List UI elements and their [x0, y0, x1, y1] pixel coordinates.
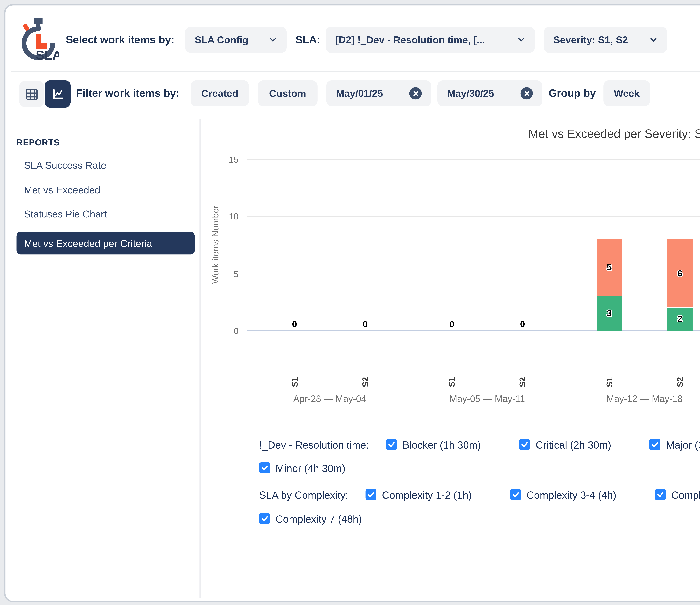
- filter-row-1: !_Dev - Resolution time:Blocker (1h 30m)…: [259, 437, 700, 452]
- filter-option-label: Blocker (1h 30m): [403, 439, 481, 450]
- x-label-S1: S1: [447, 372, 457, 392]
- x-label-S2: S2: [675, 372, 685, 392]
- filter-option-label: Major (3h 30m): [666, 439, 700, 450]
- checkbox-checked-icon[interactable]: [519, 439, 530, 450]
- week-label-2: May-05 — May-11: [412, 394, 562, 404]
- checkbox-checked-icon[interactable]: [510, 489, 521, 500]
- bar-zero-value: 0: [355, 319, 375, 329]
- gridline-y10: [247, 216, 700, 217]
- filter-items: Blocker (1h 30m)Critical (2h 30m)Major (…: [386, 439, 700, 450]
- filter-option-label: Critical (2h 30m): [536, 439, 611, 450]
- filter-option-minor-4h-30m-[interactable]: Minor (4h 30m): [259, 462, 345, 474]
- bar-zero-value: 0: [512, 319, 533, 329]
- checkbox-checked-icon[interactable]: [259, 513, 270, 524]
- filter-option-major-3h-30m-[interactable]: Major (3h 30m): [650, 439, 700, 450]
- y-tick-15: 15: [215, 154, 239, 165]
- bar-met-value: 3: [599, 308, 620, 318]
- y-tick-0: 0: [215, 326, 239, 336]
- checkbox-checked-icon[interactable]: [655, 489, 666, 500]
- filter-row-2: Minor (4h 30m): [259, 460, 345, 476]
- filter-row-4: Complexity 7 (48h): [259, 511, 362, 526]
- app-card: SLA Select work items by: SLA Config SLA…: [4, 4, 700, 602]
- week-label-3: May-12 — May-18: [569, 394, 700, 404]
- y-tick-5: 5: [215, 269, 239, 279]
- filter-items: Minor (4h 30m): [259, 462, 345, 474]
- filter-option-blocker-1h-30m-[interactable]: Blocker (1h 30m): [386, 439, 481, 450]
- x-label-S1: S1: [290, 372, 299, 392]
- bar-exceeded-value: 5: [599, 262, 620, 272]
- filter-option-complexity-3-4-4h-[interactable]: Complexity 3-4 (4h): [510, 489, 617, 500]
- y-tick-10: 10: [215, 212, 239, 222]
- checkbox-checked-icon[interactable]: [366, 489, 376, 500]
- filter-group-label-1: !_Dev - Resolution time:: [259, 439, 369, 450]
- filter-option-complexity-7-48h-[interactable]: Complexity 7 (48h): [259, 513, 362, 524]
- checkbox-checked-icon[interactable]: [650, 439, 660, 450]
- filter-option-label: Complexity 1-2 (1h): [382, 489, 472, 500]
- filter-option-label: Complexity 5-6 (12h): [671, 489, 700, 500]
- filter-option-complexity-5-6-12h-[interactable]: Complexity 5-6 (12h): [655, 489, 700, 500]
- x-label-S1: S1: [604, 372, 614, 392]
- filter-option-label: Complexity 7 (48h): [276, 513, 362, 524]
- filter-option-complexity-1-2-1h-[interactable]: Complexity 1-2 (1h): [366, 489, 472, 500]
- filter-items: Complexity 7 (48h): [259, 513, 362, 524]
- gridline-y5: [247, 273, 700, 274]
- x-label-S2: S2: [518, 372, 527, 392]
- checkbox-checked-icon[interactable]: [386, 439, 397, 450]
- filter-row-3: SLA by Complexity:Complexity 1-2 (1h)Com…: [259, 487, 700, 502]
- filter-group-label-2: SLA by Complexity:: [259, 489, 348, 500]
- bar-exceeded-value: 6: [670, 268, 690, 278]
- week-label-1: Apr-28 — May-04: [254, 394, 405, 404]
- gridline-y15: [247, 159, 700, 160]
- filter-option-critical-2h-30m-[interactable]: Critical (2h 30m): [519, 439, 611, 450]
- sla-dashboard: SLA Select work items by: SLA Config SLA…: [0, 0, 700, 605]
- x-axis-line: [247, 330, 700, 331]
- checkbox-checked-icon[interactable]: [259, 462, 270, 473]
- filter-option-label: Minor (4h 30m): [276, 462, 345, 474]
- filter-option-label: Complexity 3-4 (4h): [527, 489, 616, 500]
- x-label-S2: S2: [360, 372, 370, 392]
- bar-zero-value: 0: [284, 319, 305, 329]
- bar-met-value: 2: [670, 314, 690, 324]
- filter-items: Complexity 1-2 (1h)Complexity 3-4 (4h)Co…: [366, 489, 700, 500]
- bar-zero-value: 0: [442, 319, 462, 329]
